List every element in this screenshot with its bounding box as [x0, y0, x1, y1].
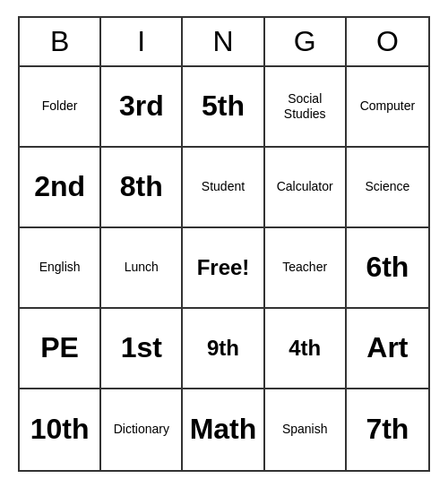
- cell-label: 10th: [30, 414, 90, 445]
- header-letter: I: [101, 18, 183, 65]
- bingo-cell: PE: [20, 309, 101, 389]
- cell-label: Free!: [197, 255, 250, 280]
- cell-label: Lunch: [125, 260, 159, 275]
- cell-label: 7th: [366, 414, 409, 445]
- bingo-header: BINGO: [20, 18, 428, 67]
- cell-label: Dictionary: [114, 422, 169, 437]
- bingo-cell: Teacher: [265, 228, 347, 309]
- bingo-cell: 9th: [183, 309, 264, 389]
- header-letter: B: [20, 18, 101, 65]
- bingo-cell: Calculator: [265, 148, 347, 228]
- bingo-cell: Computer: [347, 67, 428, 148]
- cell-label: 6th: [366, 252, 409, 283]
- cell-label: 2nd: [34, 171, 85, 202]
- cell-label: Teacher: [282, 260, 327, 275]
- cell-label: Social Studies: [269, 91, 341, 122]
- cell-label: Computer: [360, 98, 415, 114]
- bingo-cell: English: [20, 228, 101, 309]
- cell-label: 9th: [207, 336, 239, 361]
- cell-label: 1st: [121, 332, 162, 363]
- bingo-cell: 7th: [347, 389, 428, 470]
- bingo-cell: Math: [183, 389, 264, 470]
- cell-label: 4th: [289, 336, 321, 361]
- bingo-cell: Student: [183, 148, 264, 228]
- cell-label: PE: [40, 332, 79, 363]
- bingo-cell: 1st: [101, 309, 183, 389]
- bingo-cell: 8th: [101, 148, 183, 228]
- bingo-cell: Lunch: [101, 228, 183, 309]
- bingo-cell: 5th: [183, 67, 264, 148]
- bingo-card: BINGO Folder3rd5thSocial StudiesComputer…: [18, 16, 430, 472]
- bingo-cell: 4th: [265, 309, 347, 389]
- bingo-grid: Folder3rd5thSocial StudiesComputer2nd8th…: [20, 67, 428, 470]
- bingo-cell: Folder: [20, 67, 101, 148]
- bingo-cell: Dictionary: [101, 389, 183, 470]
- header-letter: G: [265, 18, 347, 65]
- cell-label: Calculator: [277, 179, 333, 194]
- cell-label: Folder: [42, 98, 78, 114]
- cell-label: Math: [190, 414, 257, 445]
- bingo-cell: Art: [347, 309, 428, 389]
- cell-label: 3rd: [119, 90, 164, 122]
- bingo-cell: Free!: [183, 228, 264, 309]
- bingo-cell: Spanish: [265, 389, 347, 470]
- cell-label: 5th: [202, 90, 245, 122]
- cell-label: English: [39, 260, 81, 275]
- bingo-cell: Social Studies: [265, 67, 347, 148]
- bingo-cell: 3rd: [101, 67, 183, 148]
- cell-label: Student: [202, 179, 245, 194]
- cell-label: Art: [366, 332, 408, 363]
- bingo-cell: 10th: [20, 389, 101, 470]
- cell-label: Spanish: [282, 422, 328, 437]
- bingo-cell: 6th: [347, 228, 428, 309]
- bingo-cell: 2nd: [20, 148, 101, 228]
- header-letter: N: [183, 18, 264, 65]
- cell-label: 8th: [120, 171, 163, 202]
- cell-label: Science: [365, 179, 409, 194]
- header-letter: O: [347, 18, 428, 65]
- bingo-cell: Science: [347, 148, 428, 228]
